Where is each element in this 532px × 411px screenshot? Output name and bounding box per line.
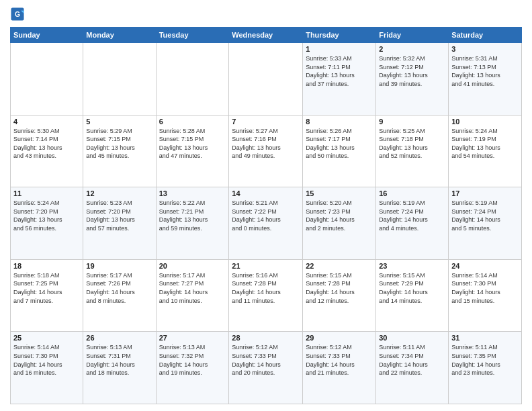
day-cell (156, 43, 229, 116)
day-cell: 19Sunrise: 5:17 AMSunset: 7:26 PMDayligh… (83, 259, 156, 332)
day-info: Sunrise: 5:25 AMSunset: 7:18 PMDaylight:… (379, 127, 445, 161)
day-cell: 1Sunrise: 5:33 AMSunset: 7:11 PMDaylight… (303, 43, 376, 116)
day-cell: 16Sunrise: 5:19 AMSunset: 7:24 PMDayligh… (376, 187, 449, 260)
col-header-monday: Monday (83, 28, 156, 43)
day-number: 11 (13, 189, 80, 197)
day-cell: 24Sunrise: 5:14 AMSunset: 7:30 PMDayligh… (449, 259, 522, 332)
day-info: Sunrise: 5:29 AMSunset: 7:15 PMDaylight:… (86, 127, 152, 161)
day-number: 15 (306, 189, 373, 197)
day-number: 17 (451, 189, 519, 197)
week-row-5: 25Sunrise: 5:14 AMSunset: 7:30 PMDayligh… (11, 332, 522, 404)
day-info: Sunrise: 5:13 AMSunset: 7:32 PMDaylight:… (159, 343, 226, 377)
week-row-4: 18Sunrise: 5:18 AMSunset: 7:25 PMDayligh… (11, 259, 522, 332)
day-number: 13 (159, 189, 226, 197)
col-header-friday: Friday (376, 28, 449, 43)
day-number: 23 (379, 262, 445, 270)
day-info: Sunrise: 5:32 AMSunset: 7:12 PMDaylight:… (379, 54, 445, 88)
day-info: Sunrise: 5:15 AMSunset: 7:28 PMDaylight:… (306, 271, 373, 305)
day-cell: 26Sunrise: 5:13 AMSunset: 7:31 PMDayligh… (83, 332, 156, 404)
day-cell: 27Sunrise: 5:13 AMSunset: 7:32 PMDayligh… (156, 332, 229, 404)
day-number: 9 (379, 118, 445, 126)
day-info: Sunrise: 5:19 AMSunset: 7:24 PMDaylight:… (379, 199, 445, 232)
day-cell: 2Sunrise: 5:32 AMSunset: 7:12 PMDaylight… (376, 43, 449, 116)
day-number: 30 (379, 334, 445, 342)
logo: G (10, 7, 28, 21)
day-cell (11, 43, 83, 116)
day-info: Sunrise: 5:17 AMSunset: 7:26 PMDaylight:… (86, 271, 152, 305)
day-cell: 5Sunrise: 5:29 AMSunset: 7:15 PMDaylight… (83, 115, 156, 187)
col-header-sunday: Sunday (11, 28, 83, 43)
week-row-1: 1Sunrise: 5:33 AMSunset: 7:11 PMDaylight… (11, 43, 522, 116)
col-header-saturday: Saturday (449, 28, 522, 43)
day-number: 10 (451, 118, 519, 126)
day-cell (229, 43, 303, 116)
day-info: Sunrise: 5:12 AMSunset: 7:33 PMDaylight:… (306, 343, 373, 377)
day-cell: 29Sunrise: 5:12 AMSunset: 7:33 PMDayligh… (303, 332, 376, 404)
day-info: Sunrise: 5:26 AMSunset: 7:17 PMDaylight:… (306, 127, 373, 161)
day-cell: 11Sunrise: 5:24 AMSunset: 7:20 PMDayligh… (11, 187, 83, 260)
svg-text:G: G (15, 11, 20, 18)
day-info: Sunrise: 5:11 AMSunset: 7:34 PMDaylight:… (379, 343, 445, 377)
day-info: Sunrise: 5:18 AMSunset: 7:25 PMDaylight:… (13, 271, 80, 305)
day-cell: 22Sunrise: 5:15 AMSunset: 7:28 PMDayligh… (303, 259, 376, 332)
day-number: 6 (159, 118, 226, 126)
day-cell: 8Sunrise: 5:26 AMSunset: 7:17 PMDaylight… (303, 115, 376, 187)
day-cell: 20Sunrise: 5:17 AMSunset: 7:27 PMDayligh… (156, 259, 229, 332)
day-info: Sunrise: 5:11 AMSunset: 7:35 PMDaylight:… (451, 343, 519, 377)
header: G (10, 7, 522, 21)
day-info: Sunrise: 5:31 AMSunset: 7:13 PMDaylight:… (451, 54, 519, 88)
day-cell: 10Sunrise: 5:24 AMSunset: 7:19 PMDayligh… (449, 115, 522, 187)
week-row-3: 11Sunrise: 5:24 AMSunset: 7:20 PMDayligh… (11, 187, 522, 260)
day-number: 7 (232, 118, 300, 126)
day-info: Sunrise: 5:24 AMSunset: 7:20 PMDaylight:… (13, 199, 80, 232)
logo-icon: G (10, 7, 25, 21)
day-number: 26 (86, 334, 152, 342)
day-cell: 9Sunrise: 5:25 AMSunset: 7:18 PMDaylight… (376, 115, 449, 187)
day-number: 8 (306, 118, 373, 126)
day-number: 5 (86, 118, 152, 126)
day-number: 16 (379, 189, 445, 197)
day-cell: 31Sunrise: 5:11 AMSunset: 7:35 PMDayligh… (449, 332, 522, 404)
day-cell: 6Sunrise: 5:28 AMSunset: 7:15 PMDaylight… (156, 115, 229, 187)
day-number: 12 (86, 189, 152, 197)
day-number: 18 (13, 262, 80, 270)
day-info: Sunrise: 5:14 AMSunset: 7:30 PMDaylight:… (451, 271, 519, 305)
day-number: 21 (232, 262, 300, 270)
day-info: Sunrise: 5:27 AMSunset: 7:16 PMDaylight:… (232, 127, 300, 161)
day-cell: 25Sunrise: 5:14 AMSunset: 7:30 PMDayligh… (11, 332, 83, 404)
day-info: Sunrise: 5:17 AMSunset: 7:27 PMDaylight:… (159, 271, 226, 305)
day-info: Sunrise: 5:16 AMSunset: 7:28 PMDaylight:… (232, 271, 300, 305)
day-number: 1 (306, 45, 373, 53)
day-cell: 30Sunrise: 5:11 AMSunset: 7:34 PMDayligh… (376, 332, 449, 404)
col-header-wednesday: Wednesday (229, 28, 303, 43)
day-cell: 21Sunrise: 5:16 AMSunset: 7:28 PMDayligh… (229, 259, 303, 332)
day-cell: 13Sunrise: 5:22 AMSunset: 7:21 PMDayligh… (156, 187, 229, 260)
day-cell: 7Sunrise: 5:27 AMSunset: 7:16 PMDaylight… (229, 115, 303, 187)
day-number: 25 (13, 334, 80, 342)
day-cell (83, 43, 156, 116)
day-cell: 23Sunrise: 5:15 AMSunset: 7:29 PMDayligh… (376, 259, 449, 332)
col-header-thursday: Thursday (303, 28, 376, 43)
day-info: Sunrise: 5:14 AMSunset: 7:30 PMDaylight:… (13, 343, 80, 377)
header-row: SundayMondayTuesdayWednesdayThursdayFrid… (11, 28, 522, 43)
day-info: Sunrise: 5:12 AMSunset: 7:33 PMDaylight:… (232, 343, 300, 377)
day-number: 2 (379, 45, 445, 53)
day-number: 4 (13, 118, 80, 126)
day-info: Sunrise: 5:21 AMSunset: 7:22 PMDaylight:… (232, 199, 300, 232)
day-number: 24 (451, 262, 519, 270)
day-number: 3 (451, 45, 519, 53)
day-info: Sunrise: 5:19 AMSunset: 7:24 PMDaylight:… (451, 199, 519, 232)
day-number: 29 (306, 334, 373, 342)
day-info: Sunrise: 5:15 AMSunset: 7:29 PMDaylight:… (379, 271, 445, 305)
day-cell: 15Sunrise: 5:20 AMSunset: 7:23 PMDayligh… (303, 187, 376, 260)
day-cell: 17Sunrise: 5:19 AMSunset: 7:24 PMDayligh… (449, 187, 522, 260)
day-number: 27 (159, 334, 226, 342)
week-row-2: 4Sunrise: 5:30 AMSunset: 7:14 PMDaylight… (11, 115, 522, 187)
day-cell: 4Sunrise: 5:30 AMSunset: 7:14 PMDaylight… (11, 115, 83, 187)
day-cell: 14Sunrise: 5:21 AMSunset: 7:22 PMDayligh… (229, 187, 303, 260)
page: G SundayMondayTuesdayWednesdayThursdayFr… (0, 0, 532, 411)
day-number: 28 (232, 334, 300, 342)
day-number: 14 (232, 189, 300, 197)
day-info: Sunrise: 5:33 AMSunset: 7:11 PMDaylight:… (306, 54, 373, 88)
day-number: 20 (159, 262, 226, 270)
